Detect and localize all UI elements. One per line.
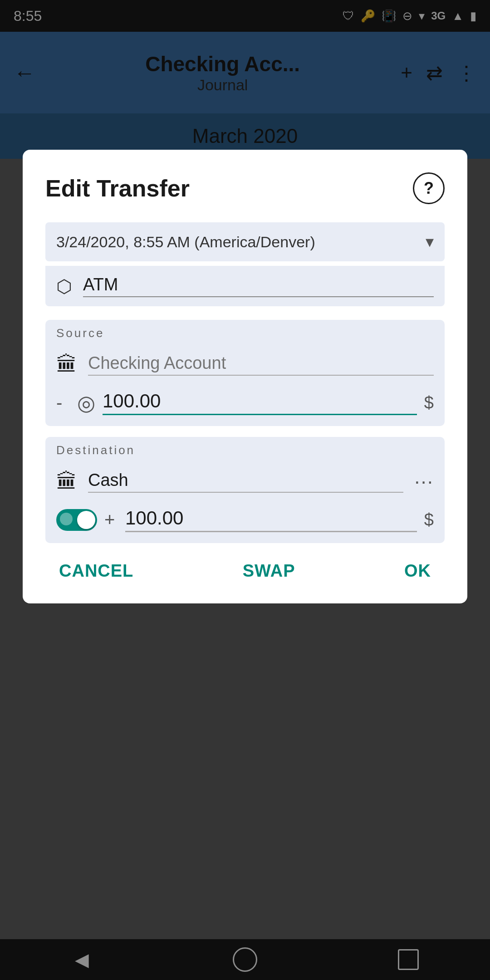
destination-bank-icon: 🏛	[56, 469, 77, 494]
destination-account-input[interactable]	[88, 470, 403, 493]
dialog-footer: CANCEL SWAP OK	[45, 557, 445, 585]
destination-toggle[interactable]	[56, 509, 97, 531]
swap-button[interactable]: SWAP	[234, 557, 304, 585]
source-label: Source	[45, 320, 445, 343]
edit-transfer-dialog: Edit Transfer ? 3/24/2020, 8:55 AM (Amer…	[23, 150, 467, 603]
ok-button[interactable]: OK	[395, 557, 440, 585]
destination-currency-symbol: $	[424, 510, 434, 529]
dialog-header: Edit Transfer ?	[45, 172, 445, 204]
help-button[interactable]: ?	[413, 172, 445, 204]
destination-amount-sign: +	[104, 510, 118, 530]
toggle-track	[56, 509, 97, 531]
payee-input[interactable]	[83, 275, 434, 297]
source-bank-icon: 🏛	[56, 352, 77, 377]
cancel-button[interactable]: CANCEL	[50, 557, 142, 585]
destination-section: Destination 🏛 ··· + $	[45, 437, 445, 543]
source-amount-input[interactable]	[103, 390, 417, 415]
coin-icon: ◎	[77, 391, 95, 415]
chevron-down-icon: ▾	[426, 232, 434, 251]
source-amount-row: - ◎ $	[45, 386, 445, 426]
destination-label: Destination	[45, 437, 445, 460]
source-account-input[interactable]	[88, 353, 434, 376]
destination-amount-input[interactable]	[125, 507, 417, 532]
datetime-text: 3/24/2020, 8:55 AM (America/Denver)	[56, 233, 315, 251]
source-account-row: 🏛	[45, 343, 445, 386]
destination-amount-row: + $	[45, 503, 445, 543]
destination-more-button[interactable]: ···	[414, 470, 434, 493]
source-currency-symbol: $	[424, 393, 434, 412]
tag-icon: ⬡	[56, 276, 72, 297]
payee-row: ⬡	[45, 266, 445, 306]
toggle-glow	[60, 513, 73, 525]
dialog-title: Edit Transfer	[45, 175, 190, 202]
datetime-row[interactable]: 3/24/2020, 8:55 AM (America/Denver) ▾	[45, 222, 445, 261]
source-section: Source 🏛 - ◎ $	[45, 320, 445, 426]
source-amount-sign: -	[56, 392, 70, 413]
destination-account-row: 🏛 ···	[45, 460, 445, 503]
toggle-thumb	[77, 511, 95, 529]
